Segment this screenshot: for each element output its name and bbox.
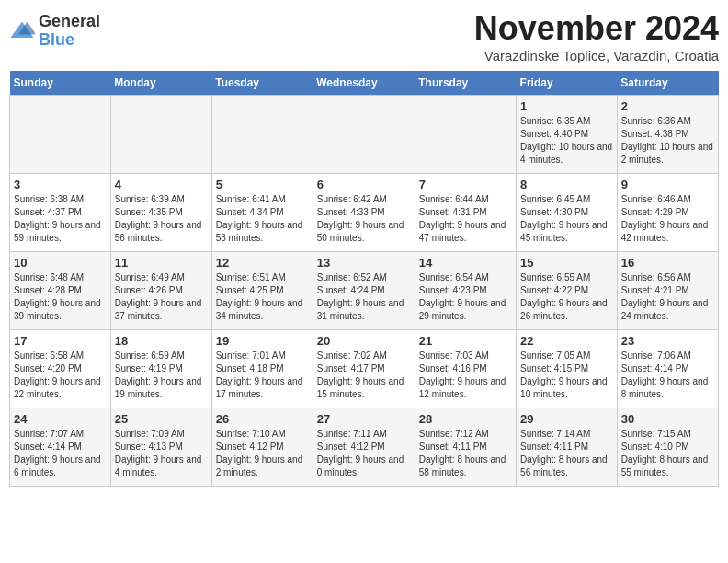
day-number: 20 [317,334,411,348]
weekday-header-thursday: Thursday [415,71,516,96]
calendar-cell: 21Sunrise: 7:03 AM Sunset: 4:16 PM Dayli… [415,330,516,408]
day-detail: Sunrise: 7:01 AM Sunset: 4:18 PM Dayligh… [216,350,309,401]
weekday-header-wednesday: Wednesday [313,71,415,96]
calendar-cell [313,96,415,174]
day-number: 22 [520,334,613,348]
day-number: 2 [621,99,714,113]
day-detail: Sunrise: 7:05 AM Sunset: 4:15 PM Dayligh… [520,350,613,401]
day-number: 6 [317,178,411,191]
weekday-header-saturday: Saturday [617,71,718,96]
title-section: November 2024 Varazdinske Toplice, Varaz… [474,9,719,63]
day-detail: Sunrise: 7:07 AM Sunset: 4:14 PM Dayligh… [14,428,107,479]
day-detail: Sunrise: 6:39 AM Sunset: 4:35 PM Dayligh… [115,193,208,245]
day-number: 3 [14,178,107,191]
day-detail: Sunrise: 6:49 AM Sunset: 4:26 PM Dayligh… [115,271,208,323]
calendar-body: 1Sunrise: 6:35 AM Sunset: 4:40 PM Daylig… [10,96,719,487]
day-number: 8 [520,178,613,191]
day-detail: Sunrise: 7:03 AM Sunset: 4:16 PM Dayligh… [419,350,512,401]
calendar-cell: 8Sunrise: 6:45 AM Sunset: 4:30 PM Daylig… [517,174,618,252]
day-detail: Sunrise: 6:55 AM Sunset: 4:22 PM Dayligh… [520,271,613,323]
calendar-week-row: 17Sunrise: 6:58 AM Sunset: 4:20 PM Dayli… [10,330,719,408]
day-detail: Sunrise: 7:02 AM Sunset: 4:17 PM Dayligh… [317,350,411,401]
logo: General Blue [9,13,100,50]
calendar-cell: 11Sunrise: 6:49 AM Sunset: 4:26 PM Dayli… [110,252,211,330]
day-detail: Sunrise: 6:46 AM Sunset: 4:29 PM Dayligh… [621,193,714,245]
calendar-table: SundayMondayTuesdayWednesdayThursdayFrid… [9,71,719,487]
day-number: 17 [14,334,107,348]
day-number: 25 [115,412,208,426]
weekday-header-sunday: Sunday [10,71,111,96]
calendar-cell: 30Sunrise: 7:15 AM Sunset: 4:10 PM Dayli… [617,408,718,487]
day-number: 12 [216,256,309,270]
logo-icon [9,18,35,44]
day-detail: Sunrise: 6:35 AM Sunset: 4:40 PM Dayligh… [520,115,613,167]
calendar-header-row: SundayMondayTuesdayWednesdayThursdayFrid… [10,71,719,96]
calendar-cell: 3Sunrise: 6:38 AM Sunset: 4:37 PM Daylig… [10,174,111,252]
day-number: 4 [115,178,208,191]
calendar-week-row: 24Sunrise: 7:07 AM Sunset: 4:14 PM Dayli… [10,408,719,487]
day-number: 5 [216,178,309,191]
day-number: 1 [520,99,613,113]
day-number: 30 [621,412,714,426]
day-number: 7 [419,178,512,191]
day-detail: Sunrise: 6:56 AM Sunset: 4:21 PM Dayligh… [621,271,714,323]
day-detail: Sunrise: 7:11 AM Sunset: 4:12 PM Dayligh… [317,428,411,479]
calendar-week-row: 1Sunrise: 6:35 AM Sunset: 4:40 PM Daylig… [10,96,719,174]
day-detail: Sunrise: 6:54 AM Sunset: 4:23 PM Dayligh… [419,271,512,323]
calendar-cell: 24Sunrise: 7:07 AM Sunset: 4:14 PM Dayli… [10,408,111,487]
calendar-cell: 16Sunrise: 6:56 AM Sunset: 4:21 PM Dayli… [617,252,718,330]
day-detail: Sunrise: 6:42 AM Sunset: 4:33 PM Dayligh… [317,193,411,245]
calendar-cell: 6Sunrise: 6:42 AM Sunset: 4:33 PM Daylig… [313,174,415,252]
calendar-cell: 7Sunrise: 6:44 AM Sunset: 4:31 PM Daylig… [415,174,516,252]
day-detail: Sunrise: 6:48 AM Sunset: 4:28 PM Dayligh… [14,271,107,323]
weekday-header-monday: Monday [110,71,211,96]
calendar-cell: 29Sunrise: 7:14 AM Sunset: 4:11 PM Dayli… [517,408,618,487]
day-detail: Sunrise: 6:45 AM Sunset: 4:30 PM Dayligh… [520,193,613,245]
calendar-cell: 19Sunrise: 7:01 AM Sunset: 4:18 PM Dayli… [211,330,313,408]
calendar-cell: 2Sunrise: 6:36 AM Sunset: 4:38 PM Daylig… [617,96,718,174]
weekday-header-tuesday: Tuesday [211,71,313,96]
calendar-cell: 10Sunrise: 6:48 AM Sunset: 4:28 PM Dayli… [10,252,111,330]
day-detail: Sunrise: 7:09 AM Sunset: 4:13 PM Dayligh… [115,428,208,479]
day-number: 18 [115,334,208,348]
calendar-cell: 22Sunrise: 7:05 AM Sunset: 4:15 PM Dayli… [517,330,618,408]
calendar-cell: 4Sunrise: 6:39 AM Sunset: 4:35 PM Daylig… [110,174,211,252]
calendar-cell: 27Sunrise: 7:11 AM Sunset: 4:12 PM Dayli… [313,408,415,487]
day-number: 11 [115,256,208,270]
calendar-cell: 23Sunrise: 7:06 AM Sunset: 4:14 PM Dayli… [617,330,718,408]
calendar-cell: 26Sunrise: 7:10 AM Sunset: 4:12 PM Dayli… [211,408,313,487]
day-number: 23 [621,334,714,348]
day-detail: Sunrise: 6:41 AM Sunset: 4:34 PM Dayligh… [216,193,309,245]
day-number: 21 [419,334,512,348]
day-detail: Sunrise: 7:06 AM Sunset: 4:14 PM Dayligh… [621,350,714,401]
day-number: 19 [216,334,309,348]
day-detail: Sunrise: 6:36 AM Sunset: 4:38 PM Dayligh… [621,115,714,167]
logo-general-text: General [39,13,100,31]
day-detail: Sunrise: 6:58 AM Sunset: 4:20 PM Dayligh… [14,350,107,401]
day-number: 9 [621,178,714,191]
calendar-cell: 13Sunrise: 6:52 AM Sunset: 4:24 PM Dayli… [313,252,415,330]
day-number: 26 [216,412,309,426]
calendar-cell: 20Sunrise: 7:02 AM Sunset: 4:17 PM Dayli… [313,330,415,408]
calendar-cell [415,96,516,174]
day-detail: Sunrise: 6:38 AM Sunset: 4:37 PM Dayligh… [14,193,107,245]
calendar-cell: 9Sunrise: 6:46 AM Sunset: 4:29 PM Daylig… [617,174,718,252]
calendar-cell: 5Sunrise: 6:41 AM Sunset: 4:34 PM Daylig… [211,174,313,252]
calendar-cell: 18Sunrise: 6:59 AM Sunset: 4:19 PM Dayli… [110,330,211,408]
day-detail: Sunrise: 7:10 AM Sunset: 4:12 PM Dayligh… [216,428,309,479]
day-detail: Sunrise: 7:14 AM Sunset: 4:11 PM Dayligh… [520,428,613,479]
day-number: 15 [520,256,613,270]
calendar-cell: 12Sunrise: 6:51 AM Sunset: 4:25 PM Dayli… [211,252,313,330]
day-detail: Sunrise: 7:12 AM Sunset: 4:11 PM Dayligh… [419,428,512,479]
calendar-cell [10,96,111,174]
calendar-cell: 1Sunrise: 6:35 AM Sunset: 4:40 PM Daylig… [517,96,618,174]
calendar-cell: 28Sunrise: 7:12 AM Sunset: 4:11 PM Dayli… [415,408,516,487]
calendar-week-row: 10Sunrise: 6:48 AM Sunset: 4:28 PM Dayli… [10,252,719,330]
calendar-week-row: 3Sunrise: 6:38 AM Sunset: 4:37 PM Daylig… [10,174,719,252]
calendar-cell [110,96,211,174]
day-detail: Sunrise: 6:52 AM Sunset: 4:24 PM Dayligh… [317,271,411,323]
weekday-header-friday: Friday [517,71,618,96]
day-detail: Sunrise: 6:51 AM Sunset: 4:25 PM Dayligh… [216,271,309,323]
day-number: 29 [520,412,613,426]
day-number: 10 [14,256,107,270]
